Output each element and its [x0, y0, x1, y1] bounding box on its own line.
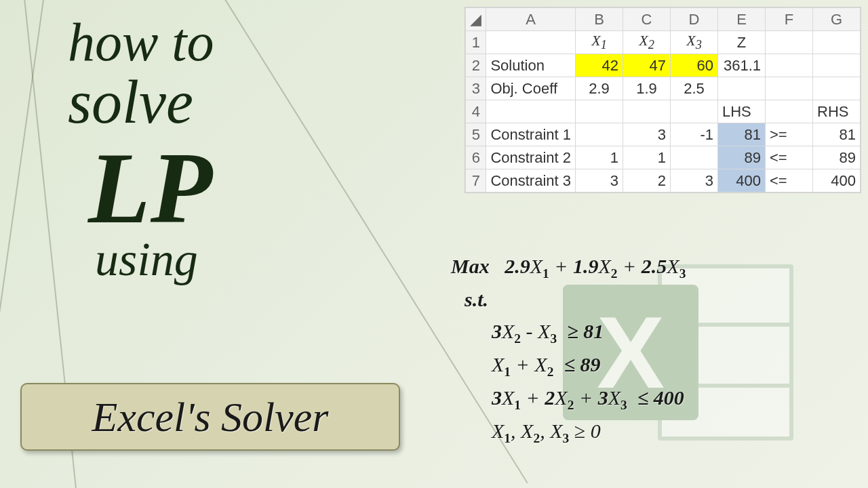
row-header: 5	[466, 123, 486, 146]
subject-to: s.t.	[465, 284, 810, 316]
row-header: 3	[466, 77, 486, 100]
cell-lhs: 89	[718, 146, 766, 169]
cell-label: Constraint 3	[486, 169, 576, 192]
cell-lhs: 81	[718, 123, 766, 146]
table-row: 4 LHS RHS	[466, 100, 861, 123]
cell-solution-x1: 42	[576, 54, 623, 77]
cell-solution-x3: 60	[671, 54, 718, 77]
title-line-4: using	[95, 235, 214, 285]
title-line-1: how to	[68, 14, 214, 70]
nonneg-line: X1, X2, X3 ≥ 0	[492, 415, 810, 449]
cell-label: Obj. Coeff	[486, 77, 576, 100]
constraint-line: 3X1 + 2X2 + 3X3 ≤ 400	[492, 382, 810, 415]
row-header: 4	[466, 100, 486, 123]
row-header: 1	[466, 31, 486, 54]
table-row: 7 Constraint 3 3 2 3 400 <= 400	[466, 169, 861, 192]
col-header: G	[813, 8, 861, 31]
col-header: D	[671, 8, 718, 31]
cell-label: Solution	[486, 54, 576, 77]
col-header: A	[486, 8, 576, 31]
table-row: 5 Constraint 1 3 -1 81 >= 81	[466, 123, 861, 146]
constraint-line: 3X2 - X3 ≥ 81	[492, 316, 810, 349]
title-line-2: solve	[68, 70, 214, 135]
constraint-line: X1 + X2 ≤ 89	[492, 349, 810, 382]
row-header: 2	[466, 54, 486, 77]
col-header: B	[576, 8, 623, 31]
row-header: 6	[466, 146, 486, 169]
lp-formulation: Max 2.9X1 + 1.9X2 + 2.5X3 s.t. 3X2 - X3 …	[451, 251, 810, 449]
cell-rhs: 89	[813, 146, 861, 169]
excel-solver-label: Excel's Solver	[20, 383, 400, 451]
cell-op: >=	[766, 123, 813, 146]
row-header: 7	[466, 169, 486, 192]
title-block: how to solve LP using	[68, 14, 214, 285]
col-header: C	[623, 8, 671, 31]
cell-label: Constraint 2	[486, 146, 576, 169]
cell-label: Constraint 1	[486, 123, 576, 146]
table-row: 1 X1 X2 X3 Z	[466, 31, 861, 54]
cell-rhs: 81	[813, 123, 861, 146]
cell-label: LHS	[718, 100, 766, 123]
table-row: 6 Constraint 2 1 1 89 <= 89	[466, 146, 861, 169]
col-header: E	[718, 8, 766, 31]
cell-op: <=	[766, 169, 813, 192]
cell-objective: 361.1	[718, 54, 766, 77]
cell-op: <=	[766, 146, 813, 169]
cell-lhs: 400	[718, 169, 766, 192]
cell-solution-x2: 47	[623, 54, 671, 77]
select-all-corner: ◢	[466, 8, 486, 31]
cell-rhs: 400	[813, 169, 861, 192]
objective-line: Max 2.9X1 + 1.9X2 + 2.5X3	[451, 251, 810, 284]
column-headers: ◢ A B C D E F G	[466, 8, 861, 31]
table-row: 3 Obj. Coeff 2.9 1.9 2.5	[466, 77, 861, 100]
title-line-3: LP	[88, 135, 214, 242]
spreadsheet: ◢ A B C D E F G 1 X1 X2 X3 Z 2 Solution …	[465, 7, 861, 193]
col-header: F	[766, 8, 813, 31]
cell-label: RHS	[813, 100, 861, 123]
table-row: 2 Solution 42 47 60 361.1	[466, 54, 861, 77]
